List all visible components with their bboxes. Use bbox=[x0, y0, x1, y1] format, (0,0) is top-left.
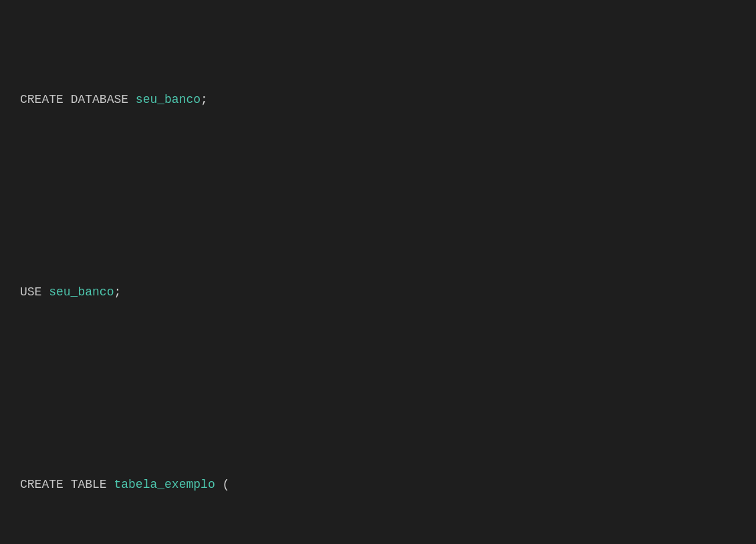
keyword-database: DATABASE bbox=[71, 90, 128, 110]
code-editor[interactable]: CREATE DATABASE seu_banco ; USE seu_banc… bbox=[0, 0, 756, 544]
line-use: USE seu_banco ; bbox=[20, 283, 736, 302]
keyword-create: CREATE bbox=[20, 90, 64, 110]
keyword-use: USE bbox=[20, 283, 41, 302]
table-name: tabela_exemplo bbox=[114, 475, 215, 495]
blank-line-1 bbox=[20, 186, 736, 206]
open-paren: ( bbox=[215, 475, 230, 495]
keyword-create-2: CREATE bbox=[20, 475, 64, 495]
db-name-1: seu_banco bbox=[136, 90, 201, 110]
line-create-table: CREATE TABLE tabela_exemplo ( bbox=[20, 475, 736, 495]
semicolon-1: ; bbox=[201, 90, 208, 110]
line-create-db: CREATE DATABASE seu_banco ; bbox=[20, 90, 736, 110]
code-content: CREATE DATABASE seu_banco ; USE seu_banc… bbox=[20, 13, 736, 544]
db-name-2: seu_banco bbox=[49, 283, 114, 302]
keyword-table: TABLE bbox=[71, 475, 107, 495]
blank-line-2 bbox=[20, 379, 736, 398]
semicolon-2: ; bbox=[114, 283, 121, 302]
